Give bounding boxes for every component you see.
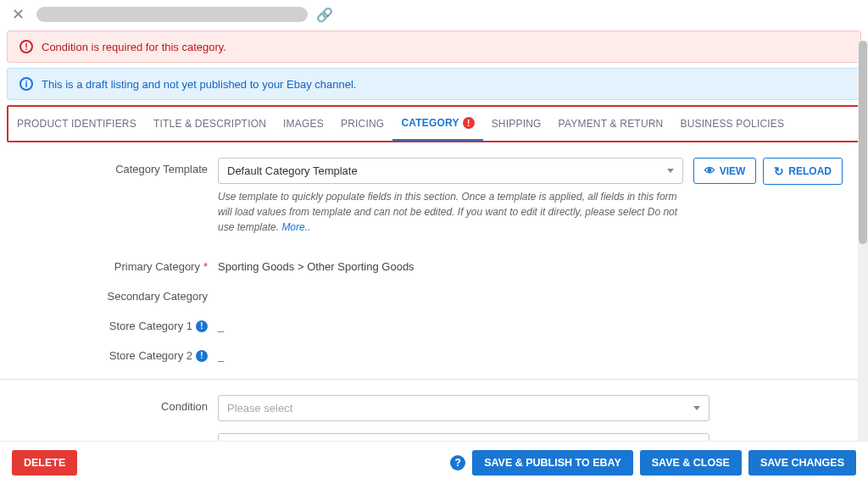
reload-button[interactable]: RELOAD	[763, 158, 843, 185]
store-category-2-value: _	[218, 344, 224, 362]
view-button[interactable]: VIEW	[693, 158, 757, 184]
error-alert: ! Condition is required for this categor…	[7, 31, 861, 63]
link-icon[interactable]: 🔗	[316, 7, 333, 23]
reload-icon	[774, 164, 784, 178]
category-template-label: Category Template	[25, 158, 208, 175]
error-icon: !	[19, 40, 33, 53]
category-template-select[interactable]: Default Category Template	[218, 158, 683, 184]
chevron-down-icon	[693, 406, 700, 410]
tab-business-policies[interactable]: BUSINESS POLICIES	[672, 107, 793, 141]
tab-bar: PRODUCT IDENTIFIERS TITLE & DESCRIPTION …	[8, 107, 860, 141]
primary-category-value: Sporting Goods > Other Sporting Goods	[218, 255, 415, 273]
tab-images[interactable]: IMAGES	[275, 107, 332, 141]
tabs-highlight-box: PRODUCT IDENTIFIERS TITLE & DESCRIPTION …	[7, 105, 861, 142]
eye-icon	[704, 164, 715, 177]
tab-pricing[interactable]: PRICING	[332, 107, 392, 141]
scrollbar-track[interactable]	[858, 41, 868, 442]
close-icon[interactable]: ✕	[8, 5, 28, 24]
template-helper-text: Use template to quickly populate fields …	[218, 189, 683, 235]
save-changes-button[interactable]: SAVE CHANGES	[748, 450, 856, 476]
error-text: Condition is required for this category.	[42, 41, 226, 53]
tab-category[interactable]: CATEGORY !	[392, 107, 482, 141]
more-link[interactable]: More..	[281, 221, 310, 233]
info-dot-icon[interactable]: !	[196, 320, 208, 332]
tab-title-description[interactable]: TITLE & DESCRIPTION	[145, 107, 275, 141]
tab-payment-return[interactable]: PAYMENT & RETURN	[550, 107, 672, 141]
info-icon: i	[19, 77, 33, 91]
title-placeholder	[36, 7, 308, 22]
footer-bar: DELETE ? SAVE & PUBLISH TO EBAY SAVE & C…	[0, 441, 868, 484]
condition-select[interactable]: Please select	[218, 395, 709, 421]
help-icon[interactable]: ?	[450, 455, 465, 470]
store-category-2-label: Store Category 2 !	[25, 344, 208, 362]
scrollbar-thumb[interactable]	[859, 41, 867, 244]
alert-badge-icon: !	[463, 117, 475, 129]
store-category-1-value: _	[218, 314, 224, 332]
tab-shipping[interactable]: SHIPPING	[483, 107, 550, 141]
delete-button[interactable]: DELETE	[12, 450, 77, 476]
condition-label: Condition	[25, 395, 208, 413]
secondary-category-label: Secondary Category	[25, 285, 208, 303]
store-category-1-label: Store Category 1 !	[25, 314, 208, 332]
info-alert: i This is a draft listing and not yet pu…	[7, 68, 861, 100]
primary-category-label: Primary Category*	[25, 255, 208, 273]
info-dot-icon[interactable]: !	[196, 350, 208, 362]
chevron-down-icon	[667, 169, 674, 173]
save-close-button[interactable]: SAVE & CLOSE	[640, 450, 742, 476]
tab-product-identifiers[interactable]: PRODUCT IDENTIFIERS	[8, 107, 145, 141]
info-text: This is a draft listing and not yet publ…	[42, 78, 356, 91]
save-publish-button[interactable]: SAVE & PUBLISH TO EBAY	[472, 450, 633, 476]
